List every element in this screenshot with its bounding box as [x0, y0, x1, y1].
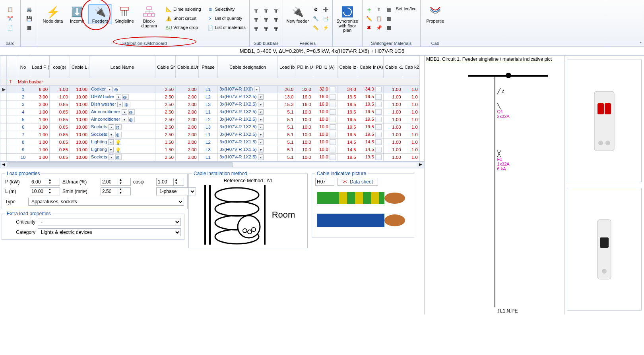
feeder-grid[interactable]: NoLoad P (kW)cos(φ)Cable L (m)Load NameC…	[0, 56, 424, 161]
cable-dd[interactable]: ▾	[258, 139, 264, 145]
col-header[interactable]: cos(φ)	[50, 56, 70, 78]
col-header[interactable]: Phase	[198, 56, 218, 78]
feeder-row[interactable]: 41.000.8510.00Air conditioner ▾ ⊚2.502.0…	[0, 108, 420, 116]
sbb-2[interactable]: ╦	[251, 14, 261, 23]
load-type-icon[interactable]: ⊚	[128, 117, 135, 122]
pd-icon[interactable]	[330, 117, 336, 122]
name-dd[interactable]: ▾	[122, 117, 127, 122]
feeder-row[interactable]: ▶16.001.0010.00Cooker ▾ ⊚2.502.00L13x(H0…	[0, 86, 420, 93]
feeders-button[interactable]: 🔌 Feeders	[88, 4, 112, 24]
col-header[interactable]: Cable Iz (A)	[338, 56, 358, 78]
feeder-row[interactable]: 23.001.0010.00DHW boiler ▾ ⊚2.502.00L23x…	[0, 93, 420, 101]
category-select[interactable]: Lights & electric devices	[38, 228, 181, 236]
cable-ic[interactable]	[375, 94, 382, 100]
ribbon-collapse-icon[interactable]: ⌃	[639, 41, 642, 46]
incomer-button[interactable]: ⬇️ Income	[66, 4, 88, 24]
col-header[interactable]: Cable Ir (A)	[358, 56, 383, 78]
paste-button[interactable]: 📋	[5, 5, 15, 14]
feeder-row[interactable]: 51.000.8510.00Air conditioner ▾ ⊚2.502.0…	[0, 116, 420, 123]
load-type-icon[interactable]: 💡	[115, 139, 121, 145]
feeder-row[interactable]: 71.000.8510.00Sockets ▾ ⊚2.502.00L13x(H0…	[0, 131, 420, 139]
short-circuit-button[interactable]: ⚠️Short circuit	[164, 14, 203, 23]
singleline-button[interactable]: Singleline	[112, 4, 137, 24]
col-header[interactable]: Cable ΔUmax (%)	[175, 56, 198, 78]
sg-del[interactable]: ✖	[364, 23, 374, 32]
cable-ic[interactable]	[375, 102, 382, 107]
name-dd[interactable]: ▾	[108, 147, 114, 152]
pd-icon[interactable]	[330, 154, 336, 160]
cable-dd[interactable]: ▾	[258, 132, 264, 137]
cable-ic[interactable]	[375, 124, 382, 130]
cable-ic[interactable]	[375, 87, 382, 92]
load-type-icon[interactable]: ⊚	[128, 109, 135, 115]
col-header[interactable]: PD In (A)	[295, 56, 313, 78]
lom-button[interactable]: 📄List of materials	[206, 23, 248, 32]
fd-c[interactable]: 📏	[311, 23, 321, 32]
main-busbar-row[interactable]: ⊤Main busbar	[0, 78, 420, 86]
type-select[interactable]: Apparatuses, sockets	[28, 198, 184, 206]
load-type-icon[interactable]: ⊚	[115, 132, 122, 137]
col-header[interactable]: Load Name	[89, 56, 155, 78]
sbb-8[interactable]: ╦	[271, 14, 281, 23]
cable-dd[interactable]: ▾	[258, 154, 264, 160]
name-dd[interactable]: ▾	[116, 94, 121, 100]
cable-dd[interactable]: ▾	[258, 117, 264, 122]
sbb-7[interactable]: ╦	[271, 5, 281, 14]
col-header[interactable]: No	[16, 56, 30, 78]
block-diagram-button[interactable]: Block- diagram	[137, 4, 161, 29]
name-dd[interactable]: ▾	[107, 87, 113, 92]
sg-6[interactable]: ▦	[384, 14, 394, 23]
pd-icon[interactable]	[330, 109, 336, 115]
cable-ic[interactable]	[375, 109, 382, 115]
cable-dd[interactable]: ▾	[258, 124, 264, 130]
l-input[interactable]: ▲▼	[30, 187, 60, 195]
fd-a[interactable]: ⚙	[311, 5, 321, 14]
pd-icon[interactable]	[330, 147, 336, 152]
col-header[interactable]: PD I1 (A)	[313, 56, 338, 78]
pd-icon[interactable]	[330, 124, 336, 130]
pd-icon[interactable]	[330, 94, 336, 100]
p-input[interactable]: ▲▼	[30, 178, 60, 186]
set-icn-button[interactable]: Set Icn/Icu	[394, 5, 419, 13]
copy-button[interactable]: 📄	[5, 23, 15, 32]
feeder-row[interactable]: 33.000.8510.00Dish washer ▾ ⊚2.502.00L33…	[0, 101, 420, 108]
pd-icon[interactable]	[330, 139, 336, 145]
fd-d[interactable]: ➕	[321, 5, 331, 14]
sbb-9[interactable]: ╦	[271, 23, 281, 32]
cable-dd[interactable]: ▾	[258, 94, 264, 100]
cable-ic[interactable]	[375, 132, 382, 137]
col-header[interactable]: Load P (kW)	[30, 56, 50, 78]
datasheet-button[interactable]: 🞵 Data sheet	[338, 178, 378, 186]
load-type-icon[interactable]: ⊚	[114, 87, 120, 92]
sg-edit[interactable]: ✏️	[364, 14, 374, 23]
load-type-icon[interactable]: ⊚	[115, 124, 122, 130]
cut-button[interactable]: ✂️	[5, 14, 15, 23]
fd-e[interactable]: 📑	[321, 14, 331, 23]
load-type-icon[interactable]: ⊚	[124, 102, 130, 107]
name-dd[interactable]: ▾	[109, 124, 114, 130]
node-data-button[interactable]: ⚡ Node data	[40, 4, 66, 24]
voltage-drop-button[interactable]: ΔUVoltage drop	[164, 23, 203, 32]
fd-b[interactable]: 🔧	[311, 14, 321, 23]
sync-button[interactable]: Syncronize with floor plan	[334, 4, 361, 33]
load-type-icon[interactable]: 💡	[115, 147, 121, 152]
sbb-6[interactable]: ╦	[261, 23, 271, 32]
col-header[interactable]: Cab k2	[403, 56, 419, 78]
sg-5[interactable]: ▦	[384, 5, 394, 14]
du-input[interactable]: ▲▼	[101, 178, 131, 186]
feeder-row[interactable]: 61.000.8510.00Sockets ▾ ⊚2.502.00L33x(H0…	[0, 123, 420, 131]
col-header[interactable]: Cable Smin (mm²)	[155, 56, 176, 78]
cable-ic[interactable]	[375, 154, 382, 160]
cable-ic[interactable]	[375, 147, 382, 152]
dimensioning-button[interactable]: 📐Dime nsioning	[164, 5, 203, 14]
print-button[interactable]: 🖨️	[24, 5, 34, 14]
cable-ic[interactable]	[375, 117, 382, 122]
grid-hscroll[interactable]: ◄ ►	[0, 161, 424, 168]
feeder-row[interactable]: 101.000.8510.00Sockets ▾ ⊚2.502.00L13x(H…	[0, 154, 420, 161]
cable-code-input[interactable]	[315, 178, 334, 186]
col-header[interactable]: Load Ib (A)	[278, 56, 295, 78]
smin-input[interactable]: ▲▼	[101, 187, 131, 195]
pd-icon[interactable]	[330, 102, 336, 107]
col-header[interactable]: Cable L (m)	[70, 56, 89, 78]
name-dd[interactable]: ▾	[109, 132, 114, 137]
